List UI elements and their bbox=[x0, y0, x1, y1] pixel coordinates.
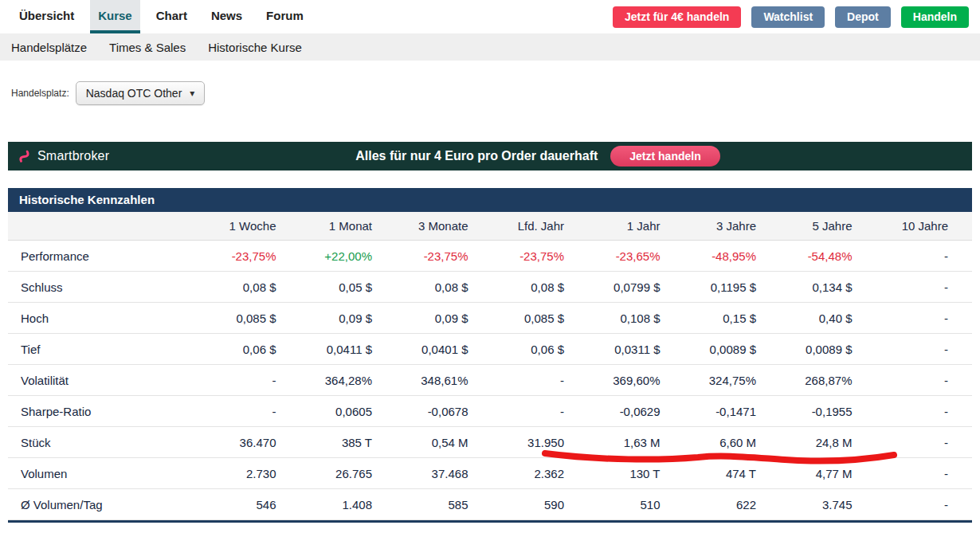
table-cell: -0,0629 bbox=[564, 405, 661, 418]
historische-kennzahlen-table: Historische Kennzahlen 1 Woche1 Monat3 M… bbox=[8, 188, 972, 523]
table-cell: 585 bbox=[372, 498, 468, 511]
depot-button[interactable]: Depot bbox=[835, 6, 891, 28]
table-cell: -54,48% bbox=[756, 249, 853, 263]
table-cell: 348,61% bbox=[372, 374, 468, 387]
row-label: Performance bbox=[21, 249, 180, 263]
table-cell: 364,28% bbox=[276, 374, 373, 387]
sub-nav: Handelsplätze Times & Sales Historische … bbox=[0, 33, 980, 61]
table-row: Schluss0,08 $0,05 $0,08 $0,08 $0,0799 $0… bbox=[8, 272, 972, 303]
table-cell: 0,08 $ bbox=[180, 280, 276, 294]
table-cell: 546 bbox=[180, 498, 276, 511]
table-cell: -0,1471 bbox=[661, 405, 757, 418]
table-cell: 0,09 $ bbox=[372, 312, 468, 325]
table-cell: 510 bbox=[564, 498, 661, 511]
table-cell: 26.765 bbox=[276, 467, 373, 480]
table-cell: - bbox=[853, 436, 949, 449]
banner-center: Alles für nur 4 Euro pro Order dauerhaft… bbox=[355, 146, 720, 167]
nav-tab-forum[interactable]: Forum bbox=[258, 0, 312, 33]
nav-tab-news[interactable]: News bbox=[203, 0, 250, 33]
table-cell: 2.730 bbox=[180, 467, 276, 480]
table-cell: -48,95% bbox=[661, 249, 757, 263]
table-cell: 0,06 $ bbox=[180, 343, 276, 356]
handeln-button[interactable]: Handeln bbox=[901, 6, 969, 28]
table-cell: 4,77 M bbox=[756, 467, 853, 480]
table-cell: 0,0605 bbox=[276, 405, 373, 418]
column-header: 3 Monate bbox=[372, 219, 468, 233]
banner-text: Alles für nur 4 Euro pro Order dauerhaft bbox=[355, 149, 598, 163]
subnav-item-times-and-sales[interactable]: Times & Sales bbox=[109, 41, 186, 54]
column-header: 3 Jahre bbox=[661, 219, 757, 233]
table-body: Performance-23,75%+22,00%-23,75%-23,75%-… bbox=[8, 241, 972, 520]
table-cell: 385 T bbox=[276, 436, 373, 449]
table-cell: 0,06 $ bbox=[468, 343, 565, 356]
table-cell: 474 T bbox=[661, 467, 757, 480]
table-cell: 0,085 $ bbox=[180, 312, 276, 325]
table-cell: - bbox=[853, 498, 949, 511]
table-cell: - bbox=[853, 374, 949, 387]
page: Übersicht Kurse Chart News Forum Jetzt f… bbox=[0, 0, 980, 533]
table-cell: - bbox=[180, 405, 276, 418]
table-cell: 590 bbox=[468, 498, 565, 511]
table-cell: - bbox=[180, 374, 276, 387]
next-section-edge bbox=[8, 520, 972, 523]
table-cell: 0,0411 $ bbox=[276, 343, 373, 356]
table-cell: 0,0089 $ bbox=[661, 343, 757, 356]
table-row: Volatilität-364,28%348,61%-369,60%324,75… bbox=[8, 365, 972, 396]
smartbroker-brand-name: Smartbroker bbox=[37, 149, 109, 163]
table-cell: 0,09 $ bbox=[276, 312, 373, 325]
subnav-item-historische-kurse[interactable]: Historische Kurse bbox=[208, 41, 302, 54]
table-cell: 0,54 M bbox=[372, 436, 468, 449]
table-cell: 24,8 M bbox=[756, 436, 853, 449]
table-cell: 324,75% bbox=[661, 374, 757, 387]
table-cell: -0,1955 bbox=[756, 405, 853, 418]
table-row: Stück36.470385 T0,54 M31.9501,63 M6,60 M… bbox=[8, 427, 972, 458]
table-row: Tief0,06 $0,0411 $0,0401 $0,06 $0,0311 $… bbox=[8, 334, 972, 365]
smartbroker-logo-icon bbox=[18, 149, 32, 163]
table-cell: - bbox=[853, 312, 949, 325]
column-header: Lfd. Jahr bbox=[468, 219, 565, 233]
table-cell: 622 bbox=[661, 498, 757, 511]
column-header: 5 Jahre bbox=[756, 219, 853, 233]
column-header: 10 Jahre bbox=[853, 219, 949, 233]
jetzt-fuer-4-euro-handeln-button[interactable]: Jetzt für 4€ handeln bbox=[613, 6, 741, 28]
handelsplatz-select[interactable]: Nasdaq OTC Other ▾ bbox=[76, 81, 206, 105]
table-cell: -23,75% bbox=[468, 249, 565, 263]
row-label: Stück bbox=[21, 436, 180, 449]
row-label: Ø Volumen/Tag bbox=[21, 498, 180, 511]
column-header: 1 Woche bbox=[180, 219, 276, 233]
column-header: 1 Jahr bbox=[564, 219, 661, 233]
table-cell: 130 T bbox=[564, 467, 661, 480]
table-row: Sharpe-Ratio-0,0605-0,0678--0,0629-0,147… bbox=[8, 396, 972, 427]
nav-tab-uebersicht[interactable]: Übersicht bbox=[11, 0, 82, 33]
table-cell: 6,60 M bbox=[661, 436, 757, 449]
table-cell: 0,0401 $ bbox=[372, 343, 468, 356]
banner-jetzt-handeln-button[interactable]: Jetzt handeln bbox=[610, 146, 719, 167]
table-cell: 3.745 bbox=[756, 498, 853, 511]
table-title: Historische Kennzahlen bbox=[8, 188, 972, 212]
table-cell: - bbox=[853, 405, 949, 418]
table-row: Ø Volumen/Tag5461.4085855905106223.745- bbox=[8, 489, 972, 520]
table-cell: 0,1195 $ bbox=[661, 280, 757, 294]
table-cell: 37.468 bbox=[372, 467, 468, 480]
nav-tab-kurse[interactable]: Kurse bbox=[90, 0, 140, 33]
subnav-item-handelsplaetze[interactable]: Handelsplätze bbox=[11, 41, 87, 54]
table-cell: +22,00% bbox=[276, 249, 373, 263]
smartbroker-banner: Smartbroker Alles für nur 4 Euro pro Ord… bbox=[8, 142, 972, 170]
table-cell: - bbox=[468, 405, 565, 418]
table-cell: - bbox=[853, 467, 949, 480]
table-cell: - bbox=[468, 374, 565, 387]
chevron-down-icon: ▾ bbox=[190, 88, 194, 99]
table-row: Volumen2.73026.76537.4682.362130 T474 T4… bbox=[8, 458, 972, 489]
table-cell: 0,05 $ bbox=[276, 280, 373, 294]
nav-tab-chart[interactable]: Chart bbox=[148, 0, 195, 33]
row-label: Volatilität bbox=[21, 374, 180, 387]
table-cell: 0,0311 $ bbox=[564, 343, 661, 356]
table-cell: - bbox=[853, 249, 949, 263]
table-cell: 0,108 $ bbox=[564, 312, 661, 325]
row-label: Volumen bbox=[21, 467, 180, 480]
table-cell: -23,75% bbox=[180, 249, 276, 263]
top-nav: Übersicht Kurse Chart News Forum Jetzt f… bbox=[0, 0, 980, 33]
table-cell: - bbox=[853, 343, 949, 356]
table-header-row: 1 Woche1 Monat3 MonateLfd. Jahr1 Jahr3 J… bbox=[8, 212, 972, 241]
watchlist-button[interactable]: Watchlist bbox=[751, 6, 825, 28]
